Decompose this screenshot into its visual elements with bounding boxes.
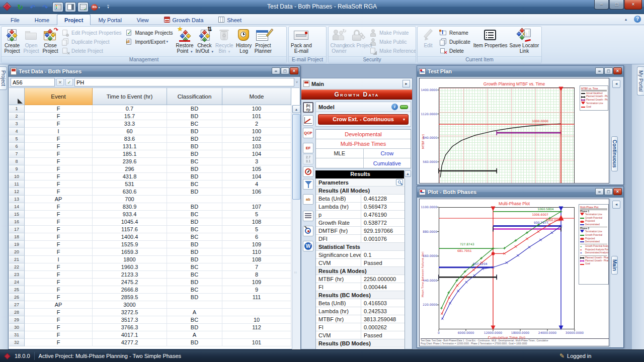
cell[interactable]: BD: [167, 135, 222, 143]
collapse-panel-icon[interactable]: ◄: [612, 80, 620, 88]
dart-icon[interactable]: [303, 226, 313, 236]
analysis-setting-crow[interactable]: Crow: [363, 149, 411, 158]
row-number[interactable]: 12: [9, 188, 25, 196]
cell[interactable]: 100: [222, 128, 291, 135]
sidebar-tab-my-portal[interactable]: My Portal: [637, 66, 644, 96]
tab-my-portal[interactable]: My Portal: [91, 14, 129, 25]
cell[interactable]: F: [25, 294, 93, 301]
panel-expand-icon[interactable]: ▸: [403, 80, 410, 87]
row-number[interactable]: 16: [9, 218, 25, 226]
cell[interactable]: F: [25, 218, 93, 226]
column-header-mode[interactable]: Mode: [222, 88, 291, 105]
cell[interactable]: F: [25, 263, 93, 271]
row-number[interactable]: 10: [9, 173, 25, 180]
sidebar-tab-project[interactable]: Project: [0, 66, 7, 90]
cell[interactable]: 109: [222, 279, 291, 286]
test-plan-minimize-button[interactable]: −: [595, 67, 604, 74]
cell[interactable]: BD: [167, 113, 222, 120]
results-scrollbar[interactable]: ▲: [404, 170, 411, 349]
analysis-setting-mle[interactable]: MLE: [316, 149, 363, 158]
cell[interactable]: 1525.9: [93, 241, 167, 248]
cell[interactable]: F: [25, 248, 93, 256]
cell-name-box[interactable]: [11, 78, 55, 86]
row-number[interactable]: 5: [9, 135, 25, 143]
cell[interactable]: [222, 331, 291, 339]
tab-continuous[interactable]: Continuous: [611, 136, 618, 171]
model-info-icon[interactable]: i: [391, 104, 398, 110]
cell[interactable]: 4017.1: [93, 331, 167, 339]
tab-project[interactable]: Project: [57, 14, 91, 25]
cell[interactable]: F: [25, 286, 93, 294]
cell[interactable]: BD: [167, 165, 222, 173]
cell[interactable]: 131.1: [93, 143, 167, 150]
analysis-notes-icon[interactable]: [303, 211, 313, 221]
cell[interactable]: 0.7: [93, 105, 167, 113]
row-number[interactable]: 3: [9, 120, 25, 128]
cell[interactable]: 296: [93, 165, 167, 173]
cell[interactable]: F: [25, 331, 93, 339]
row-number[interactable]: 24: [9, 279, 25, 286]
cell[interactable]: AP: [25, 196, 93, 203]
cell[interactable]: 83.6: [93, 135, 167, 143]
tab-home[interactable]: Home: [27, 14, 57, 25]
cell[interactable]: BC: [167, 158, 222, 165]
splitter-grip[interactable]: ⁞⁞: [294, 271, 297, 274]
cell[interactable]: BC: [167, 263, 222, 271]
analysis-setting-empty[interactable]: [316, 158, 363, 168]
cell[interactable]: BD: [167, 105, 222, 113]
change-orientation-icon[interactable]: ab: [303, 194, 313, 205]
cell[interactable]: 2666.8: [93, 286, 167, 294]
cell[interactable]: F: [25, 135, 93, 143]
row-number[interactable]: 28: [9, 309, 25, 316]
tab-file[interactable]: File: [3, 14, 27, 25]
cell[interactable]: 60: [93, 128, 167, 135]
convert-units-icon[interactable]: 2.73.1: [303, 154, 313, 164]
cell[interactable]: BD: [167, 128, 222, 135]
cell[interactable]: 108: [222, 218, 291, 226]
cell[interactable]: BD: [167, 188, 222, 196]
cell[interactable]: 112: [222, 324, 291, 331]
manage-projects-button[interactable]: ✓Manage Projects: [124, 28, 175, 37]
tab-growth-data[interactable]: Growth Data: [156, 14, 211, 25]
cell[interactable]: 111: [222, 294, 291, 301]
cell[interactable]: BC: [167, 120, 222, 128]
maximize-button[interactable]: □: [609, 0, 624, 10]
cell[interactable]: 110: [222, 248, 291, 256]
cell[interactable]: BD: [167, 241, 222, 248]
cell[interactable]: BC: [167, 316, 222, 324]
row-number[interactable]: 9: [9, 165, 25, 173]
plot-minimize-button[interactable]: −: [595, 188, 604, 195]
rename-button[interactable]: IRename: [438, 28, 472, 37]
cell[interactable]: 2123.3: [93, 271, 167, 279]
formula-dropdown-icon[interactable]: ˅: [296, 80, 298, 84]
cell[interactable]: 104: [222, 173, 291, 180]
column-header-classification[interactable]: Classification: [167, 88, 222, 105]
cell[interactable]: 107: [222, 203, 291, 211]
cell[interactable]: BC: [167, 211, 222, 218]
parameters-icon[interactable]: βησμ: [303, 102, 313, 113]
save-locator-link-button[interactable]: Save LocatorLink: [509, 27, 540, 57]
cell[interactable]: BD: [167, 339, 222, 346]
analysis-setting-developmental[interactable]: Developmental: [316, 130, 411, 139]
cell[interactable]: 2475.2: [93, 279, 167, 286]
cell[interactable]: F: [25, 271, 93, 279]
cell[interactable]: 3766.3: [93, 324, 167, 331]
cell[interactable]: 2: [222, 120, 291, 128]
cell[interactable]: 6: [222, 233, 291, 241]
cell[interactable]: BD: [167, 294, 222, 301]
column-header-time-to-event-hr[interactable]: Time to Event (hr): [93, 88, 167, 105]
import-export-button[interactable]: ⇄Import/Export▾: [124, 37, 175, 46]
parameter-zoom-icon[interactable]: [396, 179, 403, 186]
row-number[interactable]: 32: [9, 339, 25, 346]
cell[interactable]: F: [25, 226, 93, 233]
cell[interactable]: 9: [222, 286, 291, 294]
cell[interactable]: 15.7: [93, 113, 167, 120]
cell[interactable]: F: [25, 143, 93, 150]
cell[interactable]: 830.9: [93, 203, 167, 211]
filter-icon[interactable]: [303, 179, 313, 190]
cell[interactable]: 531: [93, 180, 167, 188]
row-number[interactable]: 4: [9, 128, 25, 135]
cell[interactable]: A: [167, 309, 222, 316]
cell[interactable]: I: [25, 128, 93, 135]
cell[interactable]: [167, 196, 222, 203]
